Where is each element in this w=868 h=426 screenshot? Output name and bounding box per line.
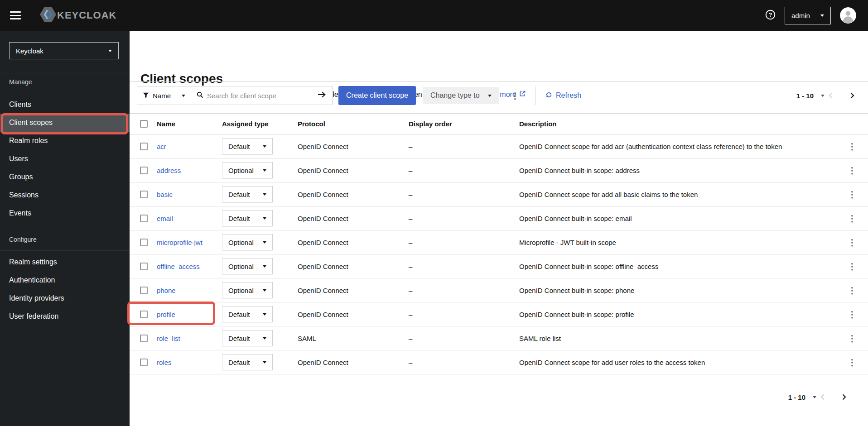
row-kebab-menu[interactable]: ⋮ xyxy=(848,166,857,175)
assigned-type-select[interactable]: Optional xyxy=(222,282,273,298)
display-order-cell: – xyxy=(409,311,519,318)
scope-name-link[interactable]: acr xyxy=(157,143,222,150)
pagination-range[interactable]: 1 - 10 xyxy=(796,92,814,100)
pagination-next-button[interactable] xyxy=(846,90,858,101)
user-menu-dropdown[interactable]: admin xyxy=(785,7,831,24)
change-type-dropdown[interactable]: Change type to xyxy=(423,87,499,104)
select-all-checkbox[interactable] xyxy=(140,120,148,128)
table-row-offline_access: offline_accessOptionalOpenID Connect–Ope… xyxy=(130,254,868,278)
sidebar-item-events[interactable]: Events xyxy=(0,204,130,222)
chevron-down-icon xyxy=(263,289,266,292)
row-checkbox[interactable] xyxy=(140,359,148,366)
assigned-type-select[interactable]: Default xyxy=(222,210,273,226)
assigned-type-select[interactable]: Optional xyxy=(222,258,273,274)
assigned-type-select[interactable]: Default xyxy=(222,186,273,202)
row-kebab-menu[interactable]: ⋮ xyxy=(848,262,857,271)
pagination-range[interactable]: 1 - 10 xyxy=(788,393,805,401)
row-kebab-menu[interactable]: ⋮ xyxy=(848,310,857,319)
sidebar-item-users[interactable]: Users xyxy=(0,150,130,168)
assigned-type-select[interactable]: Optional xyxy=(222,234,273,250)
search-input[interactable] xyxy=(207,92,305,100)
realm-select-label: Keycloak xyxy=(16,47,43,55)
search-submit-button[interactable] xyxy=(311,86,332,105)
sidebar-item-realm-roles[interactable]: Realm roles xyxy=(0,132,130,150)
pagination-prev-button[interactable] xyxy=(825,90,836,101)
assigned-type-select[interactable]: Default xyxy=(222,354,273,370)
row-checkbox[interactable] xyxy=(140,167,148,174)
avatar[interactable] xyxy=(840,7,856,24)
row-kebab-menu[interactable]: ⋮ xyxy=(848,190,857,199)
kebab-icon: ⋮ xyxy=(511,91,520,100)
row-checkbox[interactable] xyxy=(140,311,148,318)
row-kebab-menu[interactable]: ⋮ xyxy=(848,358,857,367)
sidebar-item-identity-providers[interactable]: Identity providers xyxy=(0,289,130,307)
chevron-down-icon xyxy=(263,145,266,148)
row-checkbox[interactable] xyxy=(140,215,148,222)
pagination-top: 1 - 10 xyxy=(796,86,858,105)
sidebar-item-groups[interactable]: Groups xyxy=(0,168,130,186)
sidebar-item-label: Events xyxy=(9,209,31,217)
scope-name-link[interactable]: microprofile-jwt xyxy=(157,239,222,246)
row-checkbox[interactable] xyxy=(140,191,148,198)
assigned-type-select[interactable]: Default xyxy=(222,306,273,322)
column-header-description: Description xyxy=(519,120,836,128)
table-row-role_list: role_listDefaultSAML–SAML role list⋮ xyxy=(130,326,868,350)
sidebar-item-clients[interactable]: Clients xyxy=(0,96,130,114)
sidebar: Keycloak ManageClientsClient scopesRealm… xyxy=(0,31,130,426)
scope-name-link[interactable]: profile xyxy=(157,311,222,318)
row-kebab-menu[interactable]: ⋮ xyxy=(848,214,857,223)
sidebar-item-sessions[interactable]: Sessions xyxy=(0,186,130,204)
filter-type-dropdown[interactable]: Name xyxy=(137,86,191,105)
toolbar-kebab-menu[interactable]: ⋮ xyxy=(509,86,521,105)
scope-name-link[interactable]: roles xyxy=(157,359,222,366)
pagination-next-button[interactable] xyxy=(838,391,850,403)
assigned-type-select[interactable]: Optional xyxy=(222,162,273,178)
sidebar-item-user-federation[interactable]: User federation xyxy=(0,307,130,325)
svg-text:?: ? xyxy=(769,11,772,18)
assigned-type-select[interactable]: Default xyxy=(222,138,273,154)
sidebar-item-authentication[interactable]: Authentication xyxy=(0,271,130,289)
scope-name-link[interactable]: basic xyxy=(157,191,222,198)
scope-name-link[interactable]: role_list xyxy=(157,335,222,342)
table-row-acr: acrDefaultOpenID Connect–OpenID Connect … xyxy=(130,134,868,158)
row-checkbox[interactable] xyxy=(140,239,148,246)
chevron-down-icon[interactable] xyxy=(813,396,816,398)
description-cell: OpenID Connect scope for add acr (authen… xyxy=(519,143,836,150)
row-kebab-menu[interactable]: ⋮ xyxy=(848,238,857,247)
row-checkbox[interactable] xyxy=(140,287,148,294)
help-icon[interactable]: ? xyxy=(765,10,776,22)
protocol-cell: OpenID Connect xyxy=(298,167,409,174)
realm-select[interactable]: Keycloak xyxy=(9,42,119,59)
search-icon xyxy=(197,91,203,100)
nav-toggle-icon[interactable] xyxy=(10,11,21,19)
sidebar-item-client-scopes[interactable]: Client scopes xyxy=(0,114,130,132)
row-checkbox[interactable] xyxy=(140,335,148,342)
scope-name-link[interactable]: address xyxy=(157,167,222,174)
row-kebab-menu[interactable]: ⋮ xyxy=(848,142,857,151)
row-kebab-menu[interactable]: ⋮ xyxy=(848,286,857,295)
scope-name-link[interactable]: email xyxy=(157,215,222,222)
description-cell: Microprofile - JWT built-in scope xyxy=(519,239,836,246)
chevron-down-icon xyxy=(263,361,266,364)
protocol-cell: OpenID Connect xyxy=(298,239,409,246)
assigned-type-value: Default xyxy=(228,359,250,366)
scope-name-link[interactable]: phone xyxy=(157,287,222,294)
chevron-down-icon[interactable] xyxy=(821,95,825,97)
refresh-button[interactable]: Refresh xyxy=(545,86,581,105)
row-checkbox[interactable] xyxy=(140,143,148,150)
refresh-icon xyxy=(545,91,552,100)
page-title: Client scopes xyxy=(140,72,223,86)
assigned-type-value: Optional xyxy=(228,167,254,174)
row-kebab-menu[interactable]: ⋮ xyxy=(848,334,857,343)
create-client-scope-button[interactable]: Create client scope xyxy=(338,86,416,105)
pagination-prev-button[interactable] xyxy=(816,391,828,403)
assigned-type-value: Optional xyxy=(228,287,254,294)
display-order-cell: – xyxy=(409,239,519,246)
row-checkbox[interactable] xyxy=(140,263,148,270)
assigned-type-select[interactable]: Default xyxy=(222,330,273,346)
assigned-type-value: Default xyxy=(228,143,250,150)
scope-name-link[interactable]: offline_access xyxy=(157,263,222,270)
chevron-down-icon xyxy=(263,313,266,316)
sidebar-item-label: Sessions xyxy=(9,191,39,199)
sidebar-item-realm-settings[interactable]: Realm settings xyxy=(0,253,130,271)
